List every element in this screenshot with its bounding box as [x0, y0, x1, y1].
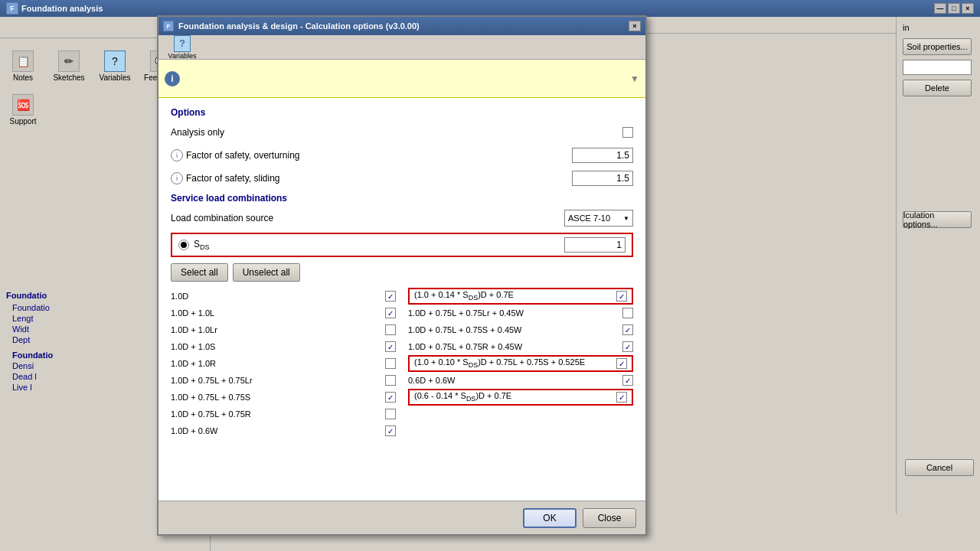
combo-row-s45w: 1.0D + 0.75L + 0.75S + 0.45W [408, 321, 633, 338]
select-buttons-row: Select all Unselect all [171, 263, 633, 282]
combo-label-06w: 1.0D + 0.6W [171, 426, 385, 435]
sds-radio[interactable] [178, 240, 189, 250]
dialog-toolbar: ? Variables [158, 35, 645, 60]
factor-overturning-info[interactable]: i [171, 149, 183, 161]
combo-checkbox-1od1os[interactable] [385, 341, 396, 352]
support-label: Support [9, 117, 36, 126]
bg-min-btn[interactable]: — [934, 3, 946, 14]
cancel-btn[interactable]: Cancel [905, 459, 974, 476]
combo-label-0755r: 1.0D + 0.75L + 0.75R [171, 409, 385, 419]
combo-checkbox-1od[interactable] [385, 291, 396, 302]
bg-app-icon: F [6, 2, 18, 15]
combo-label-sds1: (1.0 + 0.14 * SDS)D + 0.7E [414, 290, 616, 302]
combo-label-0755s: 1.0D + 0.75L + 0.75S [171, 393, 385, 402]
calc-options-btn[interactable]: lculation options... [903, 211, 972, 228]
factor-sliding-info[interactable]: i [171, 172, 183, 184]
bg-window-controls: — □ × [934, 3, 974, 14]
right-panel: in Soil properties... Delete lculation o… [896, 17, 980, 514]
combo-row-0755r: 1.0D + 0.75L + 0.75R [171, 406, 396, 422]
combo-checkbox-0755r[interactable] [385, 409, 396, 419]
options-section-title: Options [171, 107, 633, 118]
unselect-all-btn[interactable]: Unselect all [233, 263, 300, 282]
sds-subscript: DS [200, 243, 210, 251]
combo-row-1od1ol: 1.0D + 1.0L [171, 305, 396, 321]
sds-label: SDS [194, 239, 564, 251]
dialog-window-controls: × [629, 21, 641, 31]
calc-options-label: lculation options... [903, 210, 971, 229]
toolbar-variables-icon: ? [174, 35, 191, 52]
bg-max-btn[interactable]: □ [948, 3, 960, 14]
combo-checkbox-sds3[interactable] [616, 392, 627, 403]
bg-close-btn[interactable]: × [962, 3, 974, 14]
toolbar-variables-label: Variables [168, 52, 197, 60]
combo-checkbox-0755lr[interactable] [385, 375, 396, 386]
delete-btn[interactable]: Delete [903, 80, 972, 96]
ok-btn[interactable]: OK [523, 508, 577, 528]
combo-row-r2-45w: 1.0D + 0.75L + 0.75R + 0.45W [408, 338, 633, 355]
sidebar-item-variables[interactable]: ? Variables [92, 44, 138, 88]
combo-label-1od1os: 1.0D + 1.0S [171, 342, 385, 351]
sidebar-item-support[interactable]: 🆘 Support [0, 88, 46, 132]
service-load-section-title: Service load combinations [171, 193, 633, 204]
combo-row-sds1: (1.0 + 0.14 * SDS)D + 0.7E [408, 288, 633, 305]
combo-checkbox-0755s[interactable] [385, 392, 396, 403]
combo-checkbox-1od1ol[interactable] [385, 308, 396, 318]
analysis-only-row: Analysis only [171, 124, 633, 141]
soil-properties-btn[interactable]: Soil properties... [903, 38, 972, 55]
combo-label-sds3: (0.6 - 0.14 * SDS)D + 0.7E [414, 391, 616, 403]
load-combination-source-select[interactable]: ASCE 7-10 ▼ [564, 210, 633, 227]
factor-overturning-row: i Factor of safety, overturning 1.5 [171, 147, 633, 164]
factor-sliding-row: i Factor of safety, sliding 1.5 [171, 170, 633, 187]
combo-checkbox-r2-45w[interactable] [622, 341, 633, 352]
combo-checkbox-sds2[interactable] [616, 358, 627, 369]
combo-label-06d06w: 0.6D + 0.6W [408, 376, 622, 385]
combo-checkbox-sds1[interactable] [616, 291, 627, 302]
combo-checkbox-1od1olr[interactable] [385, 324, 396, 335]
sidebar-item-notes[interactable]: 📋 Notes [0, 44, 46, 88]
cancel-btn-area: Cancel [905, 459, 974, 481]
factor-sliding-value[interactable]: 1.5 [572, 171, 633, 186]
bg-titlebar: F Foundation analysis — □ × [0, 0, 980, 17]
dialog-close-btn[interactable]: × [629, 21, 641, 31]
factor-overturning-value[interactable]: 1.5 [572, 148, 633, 163]
combo-checkbox-1od1or[interactable] [385, 358, 396, 369]
combo-label-1od1ol: 1.0D + 1.0L [171, 308, 385, 318]
combo-row-0755s: 1.0D + 0.75L + 0.75S [171, 389, 396, 406]
load-combination-source-row: Load combination source ASCE 7-10 ▼ [171, 210, 633, 227]
combo-checkbox-r45w[interactable] [622, 308, 633, 318]
notes-label: Notes [13, 73, 33, 82]
combo-checkbox-s45w[interactable] [622, 324, 633, 335]
dialog-footer: OK Close [158, 500, 645, 534]
collapse-arrow[interactable]: ▼ [630, 73, 639, 84]
combinations-grid: 1.0D 1.0D + 1.0L 1.0D + 1.0Lr 1.0D + 1.0… [171, 288, 633, 439]
support-icon: 🆘 [12, 94, 34, 116]
combo-row-1od1os: 1.0D + 1.0S [171, 338, 396, 355]
combo-checkbox-06d06w[interactable] [622, 375, 633, 386]
combo-row-1od1or: 1.0D + 1.0R [171, 355, 396, 372]
right-dropdown1[interactable] [903, 60, 972, 75]
combo-row-06w: 1.0D + 0.6W [171, 422, 396, 439]
combo-row-r45w: 1.0D + 0.75L + 0.75Lr + 0.45W [408, 305, 633, 321]
analysis-only-checkbox[interactable] [622, 127, 633, 138]
combo-label-0755lr: 1.0D + 0.75L + 0.75Lr [171, 376, 385, 385]
sketches-icon: ✏ [58, 51, 80, 72]
dialog: F Foundation analysis & design - Calcula… [157, 15, 647, 536]
variables-label: Variables [100, 73, 131, 82]
analysis-only-label: Analysis only [171, 127, 622, 138]
combo-row-sds3: (0.6 - 0.14 * SDS)D + 0.7E [408, 389, 633, 406]
combo-checkbox-06w[interactable] [385, 425, 396, 436]
calc-options-area: lculation options... [903, 211, 974, 228]
dialog-titlebar: F Foundation analysis & design - Calcula… [158, 17, 645, 35]
sidebar-item-sketches[interactable]: ✏ Sketches [46, 44, 92, 88]
unit-label: in [903, 23, 974, 32]
dialog-close-footer-btn[interactable]: Close [583, 508, 636, 528]
select-all-btn[interactable]: Select all [171, 263, 228, 282]
sds-value[interactable]: 1 [564, 237, 626, 253]
factor-sliding-label: Factor of safety, sliding [186, 173, 572, 184]
info-banner: i ▼ [158, 60, 645, 98]
sds-row: SDS 1 [171, 233, 633, 257]
dialog-body: Options Analysis only i Factor of safety… [158, 98, 645, 448]
combo-label-r2-45w: 1.0D + 0.75L + 0.75R + 0.45W [408, 342, 622, 351]
toolbar-variables-btn[interactable]: ? Variables [163, 35, 201, 60]
load-combination-source-value: ASCE 7-10 [568, 214, 610, 223]
